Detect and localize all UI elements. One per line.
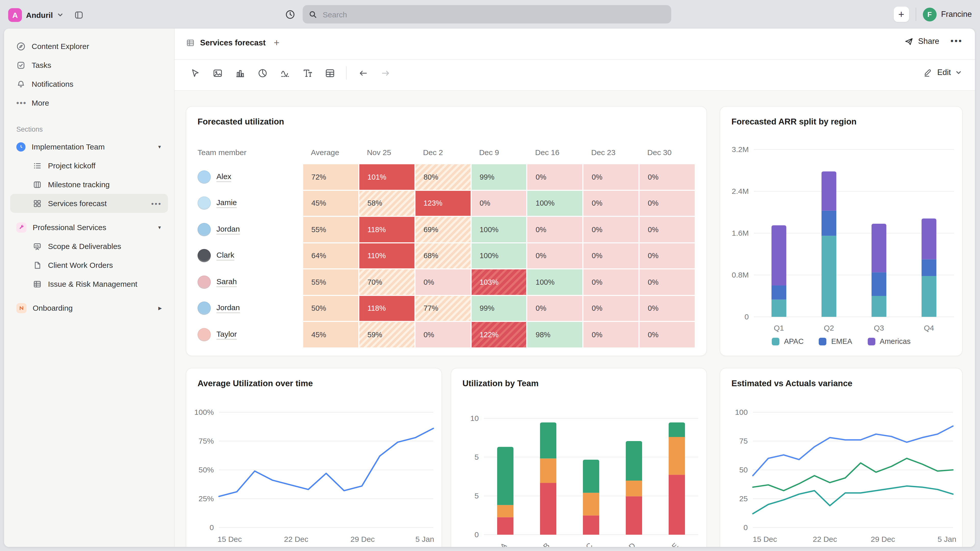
sidebar-item-project-kickoff[interactable]: Project kickoff [10, 156, 168, 175]
dashboard-canvas: Forecasted utilization Team memberAverag… [175, 91, 975, 547]
table-row: Jamie45%58%123%0%100%0%0% [197, 190, 695, 216]
card-title: Estimated vs Actuals variance [732, 379, 853, 388]
legend-label: APAC [784, 337, 803, 345]
add-tab-button[interactable]: + [274, 37, 280, 48]
insert-pie-chart-button[interactable] [256, 67, 269, 79]
utilization-table-header: Team memberAverageNov 25Dec 2Dec 9Dec 16… [197, 140, 695, 164]
utilization-cell: 0% [583, 269, 639, 295]
redo-button[interactable] [379, 67, 391, 79]
team-member-link[interactable]: Jordan [216, 224, 240, 235]
team-member-link[interactable]: Jamie [216, 198, 237, 208]
svg-text:25%: 25% [199, 494, 214, 503]
sidebar-item-notifications[interactable]: Notifications [10, 75, 168, 94]
utilization-cell: 0% [583, 190, 639, 216]
legend-label: EMEA [831, 337, 852, 345]
search-input[interactable] [322, 10, 665, 19]
svg-text:5 Jan: 5 Jan [415, 535, 434, 543]
sidebar-item-label: Issue & Risk Management [48, 279, 162, 288]
svg-text:C: C [584, 541, 594, 547]
utilization-cell: 77% [415, 295, 471, 321]
team-member-cell: Jamie [197, 190, 303, 216]
card-average-utilization: Average Utilization over time 025%50%75%… [186, 368, 442, 547]
card-title: Utilization by Team [463, 379, 538, 388]
more-options-icon[interactable]: ••• [950, 36, 963, 46]
sidebar-toggle-button[interactable] [71, 7, 86, 22]
share-button[interactable]: Share [904, 37, 939, 46]
text-icon [302, 68, 313, 78]
user-menu[interactable]: F Francine [923, 7, 972, 21]
sidebar-item-more[interactable]: ••• More [10, 94, 168, 112]
svg-text:0: 0 [745, 313, 749, 321]
sidebar-item-client-work-orders[interactable]: Client Work Orders [10, 256, 168, 275]
legend-item: Americas [867, 337, 911, 345]
avatar [197, 249, 211, 262]
clock-badge-icon [16, 142, 25, 151]
team-member-cell: Jordan [197, 295, 303, 321]
utilization-cell: 70% [359, 269, 415, 295]
insert-image-button[interactable] [211, 67, 224, 79]
utilization-cell: 101% [359, 164, 415, 190]
workspace-switcher[interactable]: A Anduril [8, 7, 86, 22]
utilization-cell: 0% [583, 164, 639, 190]
sidebar-item-tasks[interactable]: Tasks [10, 56, 168, 75]
pie-chart-icon [257, 68, 268, 78]
search-icon [309, 10, 317, 19]
user-name: Francine [941, 10, 972, 19]
team-member-link[interactable]: Clark [216, 251, 234, 261]
svg-text:2.4M: 2.4M [732, 187, 749, 195]
sidebar-item-issue-risk-management[interactable]: Issue & Risk Management [10, 275, 168, 293]
arrow-left-icon [358, 68, 368, 78]
insert-line-chart-button[interactable] [279, 67, 291, 79]
column-header: Average [303, 148, 359, 156]
item-options-icon[interactable]: ••• [151, 199, 162, 207]
sidebar-group-label: Professional Services [33, 223, 151, 232]
sidebar-group-implementation-team[interactable]: Implementation Team ▼ [10, 137, 168, 156]
select-tool-button[interactable] [189, 67, 201, 79]
utilization-cell: 0% [639, 295, 695, 321]
svg-text:15 Dec: 15 Dec [753, 535, 777, 543]
avatar [197, 223, 211, 236]
utilization-cell: 0% [415, 321, 471, 348]
team-member-cell: Sarah [197, 269, 303, 295]
insert-table-button[interactable] [324, 67, 336, 79]
insert-text-button[interactable] [301, 67, 313, 79]
column-header: Team member [197, 148, 303, 156]
insert-bar-chart-button[interactable] [234, 67, 246, 79]
card-title: Average Utilization over time [197, 379, 313, 388]
team-member-link[interactable]: Alex [216, 172, 231, 182]
sidebar-item-scope-deliverables[interactable]: Scope & Deliverables [10, 237, 168, 256]
undo-button[interactable] [357, 67, 369, 79]
sidebar-item-services-forecast[interactable]: Services forecast ••• [10, 194, 168, 213]
sidebar-item-label: Notifications [32, 79, 162, 88]
team-member-link[interactable]: Taylor [216, 330, 237, 340]
sidebar-item-milestone-tracking[interactable]: Milestone tracking [10, 175, 168, 194]
card-title: Forecasted utilization [197, 117, 284, 127]
team-member-cell: Clark [197, 243, 303, 269]
document-header: Services forecast + Share ••• [175, 29, 975, 60]
card-arr-by-region: Forecasted ARR split by region 00.8M1.6M… [720, 106, 963, 356]
new-item-button[interactable]: + [894, 6, 909, 22]
sidebar-item-label: Client Work Orders [48, 261, 162, 269]
sidebar-item-content-explorer[interactable]: Content Explorer [10, 37, 168, 56]
utilization-cell: 0% [415, 269, 471, 295]
legend-swatch [867, 338, 875, 345]
sidebar-group-onboarding[interactable]: Onboarding ▶ [10, 299, 168, 318]
edit-mode-button[interactable]: Edit [923, 67, 962, 77]
chevron-down-icon [956, 69, 962, 75]
share-label: Share [918, 37, 939, 46]
svg-text:A: A [499, 541, 508, 547]
sidebar-group-professional-services[interactable]: Professional Services ▼ [10, 218, 168, 237]
history-icon[interactable] [285, 9, 296, 20]
tab-services-forecast[interactable]: Services forecast + [186, 37, 280, 48]
utilization-cell: 103% [471, 269, 527, 295]
team-member-link[interactable]: Sarah [216, 277, 237, 287]
toolbar: Edit [175, 59, 975, 91]
utilization-table: Team memberAverageNov 25Dec 2Dec 9Dec 16… [197, 140, 695, 348]
card-estimated-vs-actuals: Estimated vs Actuals variance 0255075100… [720, 368, 963, 547]
utilization-cell: 0% [639, 190, 695, 216]
search-bar[interactable] [303, 5, 671, 24]
main-area: Services forecast + Share ••• [175, 29, 975, 547]
divider [346, 66, 347, 79]
team-member-link[interactable]: Jordan [216, 303, 240, 313]
column-header: Dec 23 [583, 148, 639, 156]
